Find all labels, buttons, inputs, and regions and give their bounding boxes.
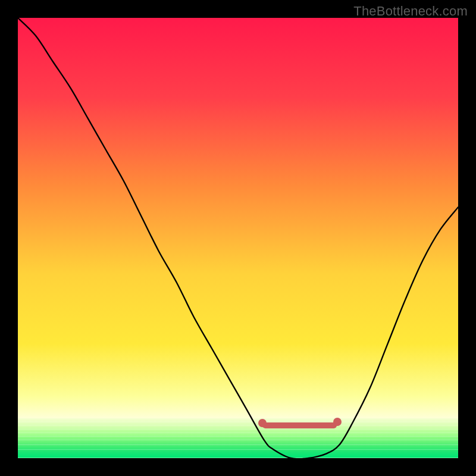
plot-area: [18, 18, 458, 458]
bottleneck-curve: [18, 18, 458, 458]
optimal-range-end-dot: [333, 418, 342, 426]
chart-frame: TheBottleneck.com: [0, 0, 476, 476]
optimal-range-start-dot: [258, 419, 267, 427]
watermark-text: TheBottleneck.com: [353, 4, 468, 19]
optimal-range-marker: [262, 422, 337, 428]
